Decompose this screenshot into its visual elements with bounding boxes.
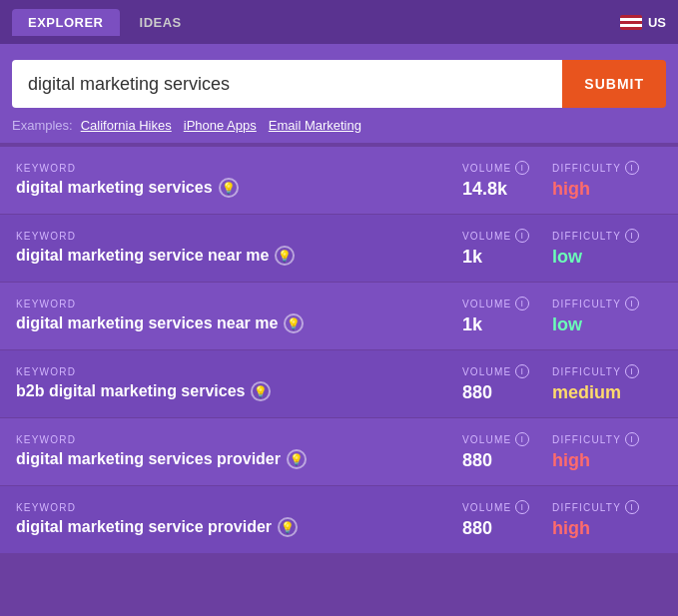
table-row: KEYWORD digital marketing service near m…: [0, 215, 678, 283]
difficulty-info-icon[interactable]: i: [625, 229, 639, 243]
volume-label-text: VOLUME: [462, 299, 511, 309]
volume-info-icon[interactable]: i: [515, 500, 529, 514]
difficulty-label-text: DIFFICULTY: [552, 366, 621, 377]
keyword-value: digital marketing service near me 💡: [16, 246, 462, 266]
table-row: KEYWORD digital marketing services near …: [0, 283, 678, 350]
volume-value: 1k: [462, 247, 552, 268]
results-list: KEYWORD digital marketing services 💡 VOL…: [0, 147, 678, 554]
difficulty-info-icon[interactable]: i: [625, 432, 639, 446]
examples-label: Examples:: [12, 118, 73, 133]
nav-tabs: EXPLORER IDEAS: [12, 9, 198, 36]
lightbulb-icon[interactable]: 💡: [219, 178, 239, 198]
volume-cell: VOLUME i 14.8k: [462, 161, 552, 200]
keyword-value: digital marketing services 💡: [16, 178, 462, 198]
difficulty-value: high: [552, 450, 662, 471]
keyword-cell: KEYWORD digital marketing services 💡: [16, 163, 462, 198]
keyword-text: b2b digital marketing services: [16, 382, 245, 400]
submit-button[interactable]: SUBMIT: [562, 60, 666, 108]
difficulty-cell: DIFFICULTY i high: [552, 500, 662, 539]
volume-cell: VOLUME i 1k: [462, 297, 552, 335]
volume-info-icon[interactable]: i: [515, 229, 529, 243]
locale-code: US: [648, 15, 666, 30]
difficulty-label-text: DIFFICULTY: [552, 502, 621, 513]
lightbulb-icon[interactable]: 💡: [251, 381, 271, 401]
volume-value: 880: [462, 382, 552, 403]
example-email-marketing[interactable]: Email Marketing: [269, 118, 361, 133]
volume-info-icon[interactable]: i: [515, 297, 529, 310]
keyword-cell: KEYWORD digital marketing services provi…: [16, 434, 462, 469]
volume-info-icon[interactable]: i: [515, 161, 529, 175]
volume-cell: VOLUME i 880: [462, 500, 552, 539]
difficulty-value: low: [552, 314, 662, 335]
volume-value: 14.8k: [462, 179, 552, 200]
volume-label-text: VOLUME: [462, 231, 511, 242]
keyword-column-label: KEYWORD: [16, 299, 462, 309]
lightbulb-icon[interactable]: 💡: [284, 313, 304, 333]
difficulty-label-text: DIFFICULTY: [552, 299, 621, 309]
difficulty-cell: DIFFICULTY i high: [552, 432, 662, 471]
flag-icon: [620, 15, 642, 30]
difficulty-label-text: DIFFICULTY: [552, 231, 621, 242]
volume-column-label: VOLUME i: [462, 500, 552, 514]
volume-value: 1k: [462, 314, 552, 335]
volume-column-label: VOLUME i: [462, 297, 552, 310]
keyword-text: digital marketing services near me: [16, 314, 278, 332]
difficulty-info-icon[interactable]: i: [625, 297, 639, 310]
difficulty-value: high: [552, 518, 662, 539]
difficulty-info-icon[interactable]: i: [625, 364, 639, 378]
difficulty-column-label: DIFFICULTY i: [552, 229, 662, 243]
table-row: KEYWORD digital marketing services provi…: [0, 418, 678, 486]
tab-ideas[interactable]: IDEAS: [124, 9, 198, 36]
keyword-column-label: KEYWORD: [16, 434, 462, 445]
volume-info-icon[interactable]: i: [515, 432, 529, 446]
example-california-hikes[interactable]: California Hikes: [81, 118, 172, 133]
volume-cell: VOLUME i 1k: [462, 229, 552, 268]
lightbulb-icon[interactable]: 💡: [275, 246, 295, 266]
volume-label-text: VOLUME: [462, 366, 511, 377]
volume-column-label: VOLUME i: [462, 161, 552, 175]
example-iphone-apps[interactable]: iPhone Apps: [184, 118, 257, 133]
difficulty-cell: DIFFICULTY i high: [552, 161, 662, 200]
locale-selector[interactable]: US: [620, 15, 666, 30]
volume-value: 880: [462, 450, 552, 471]
keyword-value: digital marketing services provider 💡: [16, 449, 462, 469]
top-nav: EXPLORER IDEAS US: [0, 0, 678, 44]
difficulty-label-text: DIFFICULTY: [552, 434, 621, 445]
lightbulb-icon[interactable]: 💡: [287, 449, 307, 469]
table-row: KEYWORD digital marketing service provid…: [0, 486, 678, 554]
examples-row: Examples: California Hikes iPhone Apps E…: [12, 118, 666, 133]
volume-cell: VOLUME i 880: [462, 364, 552, 403]
difficulty-column-label: DIFFICULTY i: [552, 364, 662, 378]
volume-label-text: VOLUME: [462, 434, 511, 445]
difficulty-value: high: [552, 179, 662, 200]
keyword-value: digital marketing service provider 💡: [16, 517, 462, 537]
keyword-text: digital marketing service provider: [16, 518, 272, 536]
volume-cell: VOLUME i 880: [462, 432, 552, 471]
difficulty-info-icon[interactable]: i: [625, 500, 639, 514]
volume-value: 880: [462, 518, 552, 539]
difficulty-cell: DIFFICULTY i low: [552, 229, 662, 268]
search-area: SUBMIT Examples: California Hikes iPhone…: [0, 44, 678, 143]
difficulty-column-label: DIFFICULTY i: [552, 500, 662, 514]
volume-column-label: VOLUME i: [462, 364, 552, 378]
keyword-column-label: KEYWORD: [16, 231, 462, 242]
keyword-text: digital marketing services provider: [16, 450, 281, 468]
search-input[interactable]: [12, 60, 562, 108]
volume-column-label: VOLUME i: [462, 229, 552, 243]
volume-info-icon[interactable]: i: [515, 364, 529, 378]
table-row: KEYWORD b2b digital marketing services 💡…: [0, 350, 678, 418]
tab-explorer[interactable]: EXPLORER: [12, 9, 120, 36]
keyword-text: digital marketing services: [16, 179, 213, 197]
keyword-column-label: KEYWORD: [16, 366, 462, 377]
difficulty-cell: DIFFICULTY i medium: [552, 364, 662, 403]
keyword-column-label: KEYWORD: [16, 163, 462, 174]
volume-column-label: VOLUME i: [462, 432, 552, 446]
difficulty-info-icon[interactable]: i: [625, 161, 639, 175]
keyword-cell: KEYWORD digital marketing service provid…: [16, 502, 462, 537]
difficulty-cell: DIFFICULTY i low: [552, 297, 662, 335]
keyword-cell: KEYWORD digital marketing service near m…: [16, 231, 462, 266]
lightbulb-icon[interactable]: 💡: [278, 517, 298, 537]
difficulty-value: medium: [552, 382, 662, 403]
volume-label-text: VOLUME: [462, 502, 511, 513]
keyword-text: digital marketing service near me: [16, 247, 269, 265]
